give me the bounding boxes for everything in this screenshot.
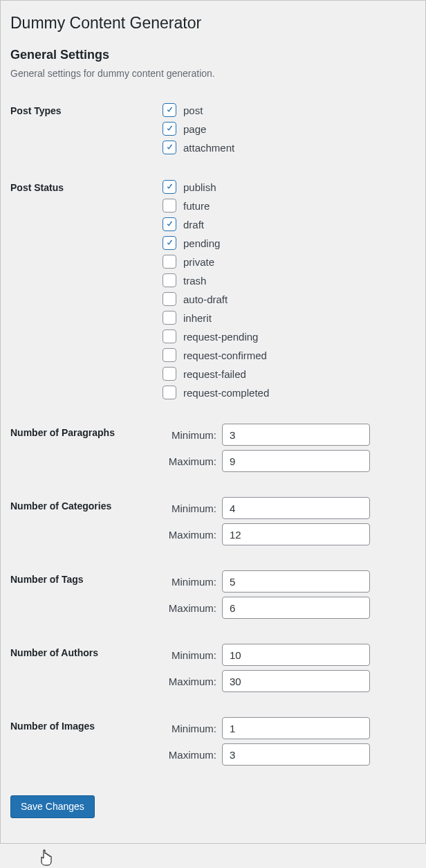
images-min-label: Minimum:	[163, 723, 216, 734]
post-status-checkbox-publish[interactable]	[163, 180, 176, 194]
post-status-checkbox-request-completed[interactable]	[163, 386, 176, 399]
post-type-option-label: page	[183, 123, 206, 135]
paragraphs-label: Number of Paragraphs	[10, 413, 163, 487]
paragraphs-min-label: Minimum:	[163, 429, 216, 441]
post-status-option-label: pending	[183, 237, 220, 249]
post-type-checkbox-post[interactable]	[163, 103, 176, 117]
authors-max-input[interactable]	[222, 670, 370, 692]
post-type-checkbox-attachment[interactable]	[163, 141, 176, 154]
authors-max-label: Maximum:	[163, 676, 216, 687]
categories-cell: Minimum: Maximum:	[163, 487, 411, 560]
post-status-option-label: publish	[183, 181, 216, 193]
post-status-checkbox-trash[interactable]	[163, 273, 176, 287]
post-status-option-label: request-pending	[183, 331, 258, 343]
authors-label: Number of Authors	[10, 633, 163, 707]
post-status-option-label: request-failed	[183, 368, 246, 380]
images-max-label: Maximum:	[163, 749, 216, 761]
post-status-option-label: private	[183, 256, 214, 268]
post-status-checkbox-request-confirmed[interactable]	[163, 348, 176, 362]
tags-cell: Minimum: Maximum:	[163, 560, 411, 633]
categories-min-input[interactable]	[222, 497, 370, 519]
categories-min-label: Minimum:	[163, 503, 216, 514]
post-status-option-label: auto-draft	[183, 293, 228, 305]
section-title: General Settings	[10, 48, 411, 62]
categories-label: Number of Categories	[10, 487, 163, 560]
page-title: Dummy Content Generator	[10, 8, 411, 35]
post-status-option-label: trash	[183, 275, 206, 287]
post-status-checkbox-draft[interactable]	[163, 217, 176, 231]
post-status-checkbox-request-failed[interactable]	[163, 367, 176, 381]
post-status-option-label: request-confirmed	[183, 350, 267, 361]
post-status-option-label: draft	[183, 219, 204, 230]
post-status-label: Post Status	[10, 168, 163, 413]
categories-max-label: Maximum:	[163, 529, 216, 541]
authors-cell: Minimum: Maximum:	[163, 633, 411, 707]
tags-min-label: Minimum:	[163, 576, 216, 588]
paragraphs-max-label: Maximum:	[163, 455, 216, 467]
categories-max-input[interactable]	[222, 523, 370, 545]
paragraphs-max-input[interactable]	[222, 450, 370, 472]
post-status-checkbox-private[interactable]	[163, 255, 176, 269]
tags-max-label: Maximum:	[163, 602, 216, 614]
images-min-input[interactable]	[222, 717, 370, 739]
section-description: General settings for dummy content gener…	[10, 68, 411, 79]
post-type-checkbox-page[interactable]	[163, 122, 176, 136]
settings-page: Dummy Content Generator General Settings…	[0, 0, 426, 844]
paragraphs-cell: Minimum: Maximum:	[163, 413, 411, 487]
images-cell: Minimum: Maximum:	[163, 707, 411, 780]
authors-min-label: Minimum:	[163, 649, 216, 661]
tags-max-input[interactable]	[222, 597, 370, 619]
tags-label: Number of Tags	[10, 560, 163, 633]
post-status-checkbox-pending[interactable]	[163, 236, 176, 250]
paragraphs-min-input[interactable]	[222, 424, 370, 446]
post-status-checkbox-request-pending[interactable]	[163, 329, 176, 343]
post-type-option-label: attachment	[183, 142, 234, 154]
post-status-checkbox-future[interactable]	[163, 199, 176, 213]
post-status-option-label: future	[183, 200, 210, 212]
tags-min-input[interactable]	[222, 570, 370, 593]
post-status-checkbox-auto-draft[interactable]	[163, 292, 176, 306]
submit-row: Save Changes	[10, 795, 411, 818]
post-type-option-label: post	[183, 105, 203, 116]
images-label: Number of Images	[10, 707, 163, 780]
post-status-option-label: request-completed	[183, 387, 269, 399]
post-types-label: Post Types	[10, 91, 163, 168]
settings-form-table: Post Types postpageattachment Post Statu…	[10, 91, 411, 780]
post-status-cell: publishfuturedraftpendingprivatetrashaut…	[163, 168, 411, 413]
authors-min-input[interactable]	[222, 644, 370, 666]
post-status-option-label: inherit	[183, 312, 212, 324]
images-max-input[interactable]	[222, 743, 370, 766]
post-status-checkbox-inherit[interactable]	[163, 311, 176, 325]
save-button[interactable]: Save Changes	[10, 795, 95, 818]
post-types-cell: postpageattachment	[163, 91, 411, 168]
